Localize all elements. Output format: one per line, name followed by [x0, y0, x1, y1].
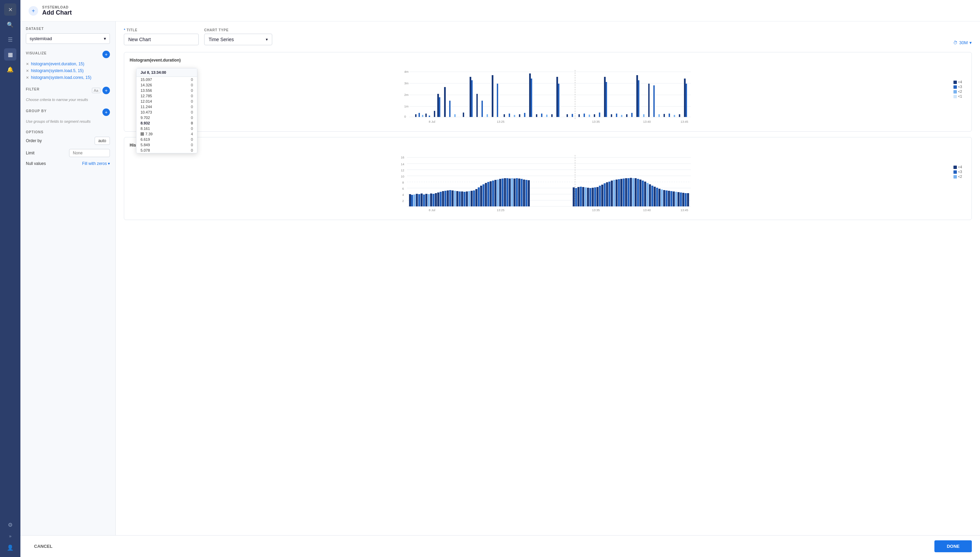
visualize-item-3: ✕ histogram(system.load.cores, 15)	[26, 75, 110, 80]
svg-rect-187	[666, 191, 668, 207]
svg-rect-33	[492, 75, 493, 117]
chart-type-select[interactable]: Time Series ▾	[204, 34, 272, 45]
svg-rect-23	[439, 97, 440, 117]
visualize-item-2: ✕ histogram(system.load.5, 15)	[26, 68, 110, 73]
visualize-item-3-label: histogram(system.load.cores, 15)	[31, 75, 91, 80]
svg-rect-22	[437, 94, 439, 117]
tooltip-row-5: 12.0140	[136, 99, 197, 104]
tooltip-row-11: 7.39 4	[136, 131, 197, 137]
cancel-button[interactable]: CANCEL	[29, 541, 58, 552]
user-icon[interactable]: 👤	[4, 541, 16, 554]
dataset-select[interactable]: systemload ▾	[26, 33, 110, 44]
svg-rect-68	[663, 114, 665, 117]
expand-sidebar-btn[interactable]: »	[4, 534, 16, 539]
dashboard-icon[interactable]: ▦	[4, 48, 16, 60]
menu-icon[interactable]: ☰	[4, 33, 16, 46]
order-by-value[interactable]: auto	[95, 137, 110, 145]
svg-rect-55	[604, 77, 606, 117]
tooltip-header: Jul 8, 13:34:00	[136, 68, 197, 77]
chart2-legend-label-3: <3	[958, 170, 962, 174]
svg-rect-157	[594, 187, 596, 207]
svg-rect-46	[556, 77, 558, 117]
svg-rect-26	[454, 114, 456, 117]
svg-rect-28	[470, 77, 471, 117]
svg-rect-105	[428, 194, 430, 207]
svg-text:10: 10	[401, 175, 404, 178]
svg-rect-66	[653, 85, 655, 117]
tooltip-row-8: 9.7020	[136, 115, 197, 121]
svg-rect-174	[635, 178, 637, 207]
svg-rect-51	[583, 114, 585, 117]
null-values-dropdown[interactable]: Fill with zeros ▾	[82, 161, 110, 166]
groupby-hint: Use groups of fields to segment results	[26, 119, 110, 124]
remove-item-3-btn[interactable]: ✕	[26, 75, 29, 80]
remove-item-2-btn[interactable]: ✕	[26, 69, 29, 73]
gear-icon[interactable]: ⚙	[4, 519, 16, 531]
chart2-svg-wrapper: 16 14 12 10 8 6 4 2	[130, 151, 966, 214]
svg-rect-97	[409, 194, 411, 207]
svg-rect-165	[613, 180, 615, 207]
chart1-svg: 4m 3m 2m 1m 0	[130, 67, 966, 124]
svg-rect-114	[449, 190, 451, 207]
svg-rect-127	[480, 186, 482, 207]
tooltip-row-4: 12.7850	[136, 93, 197, 99]
chart1-legend: <4 <3 <2	[954, 80, 962, 98]
add-visualize-btn[interactable]: +	[103, 50, 110, 58]
svg-rect-181	[651, 186, 653, 207]
svg-rect-73	[686, 84, 687, 117]
legend-item-1: <1	[954, 94, 962, 98]
svg-rect-121	[466, 191, 468, 207]
svg-rect-108	[435, 193, 437, 207]
title-input[interactable]	[124, 34, 199, 45]
search-icon[interactable]: 🔍	[4, 18, 16, 31]
main-area: Dashboard + SYSTEMLOAD Add Chart DATASET	[20, 0, 980, 557]
chart2-legend-label-4: <4	[958, 165, 962, 169]
svg-rect-34	[497, 84, 498, 117]
svg-rect-101	[418, 194, 420, 207]
time-range-selector[interactable]: ⏱ 30M ▾	[953, 40, 972, 45]
svg-text:12: 12	[401, 169, 404, 172]
svg-rect-116	[454, 191, 456, 207]
groupby-section: GROUP BY + Use groups of fields to segme…	[26, 109, 110, 124]
form-row: * TITLE CHART TYPE Time Series ▾	[124, 28, 972, 45]
svg-rect-65	[648, 84, 650, 117]
filter-label: FILTER	[26, 87, 39, 91]
chart-type-value: Time Series	[209, 37, 234, 42]
left-panel: DATASET systemload ▾ VISUALIZE + ✕	[20, 21, 116, 535]
bell-icon[interactable]: 🔔	[4, 63, 16, 75]
tooltip-row-3: 13.5560	[136, 88, 197, 93]
svg-rect-164	[611, 181, 613, 207]
svg-rect-27	[463, 112, 464, 117]
svg-rect-162	[606, 182, 608, 207]
limit-input[interactable]	[69, 149, 110, 157]
svg-rect-131	[490, 181, 492, 207]
svg-rect-64	[643, 114, 645, 117]
add-filter-btn[interactable]: +	[103, 87, 110, 94]
svg-rect-103	[423, 194, 425, 207]
svg-text:3m: 3m	[404, 81, 409, 85]
add-groupby-btn[interactable]: +	[103, 109, 110, 116]
groupby-section-header: GROUP BY +	[26, 109, 110, 116]
svg-rect-52	[589, 115, 590, 117]
svg-rect-135	[499, 179, 501, 207]
legend-color-3	[954, 85, 957, 89]
modal-subtitle: SYSTEMLOAD	[42, 5, 72, 9]
svg-rect-113	[447, 191, 449, 207]
svg-rect-122	[468, 191, 470, 207]
visualize-section-header: VISUALIZE +	[26, 50, 110, 58]
add-chart-icon: +	[29, 6, 38, 16]
svg-rect-158	[596, 187, 599, 207]
svg-rect-163	[608, 182, 611, 207]
svg-rect-175	[637, 179, 639, 207]
done-button[interactable]: DONE	[934, 540, 972, 552]
svg-rect-176	[639, 179, 642, 207]
svg-rect-40	[529, 73, 531, 117]
modal-overlay: + SYSTEMLOAD Add Chart DATASET systemloa…	[20, 0, 980, 557]
remove-item-1-btn[interactable]: ✕	[26, 62, 29, 66]
svg-rect-48	[567, 114, 568, 117]
close-sidebar-icon[interactable]: ✕	[4, 3, 16, 16]
svg-rect-173	[632, 178, 634, 207]
legend-item-3: <3	[954, 85, 962, 89]
svg-rect-42	[536, 114, 537, 117]
svg-rect-120	[464, 192, 466, 207]
